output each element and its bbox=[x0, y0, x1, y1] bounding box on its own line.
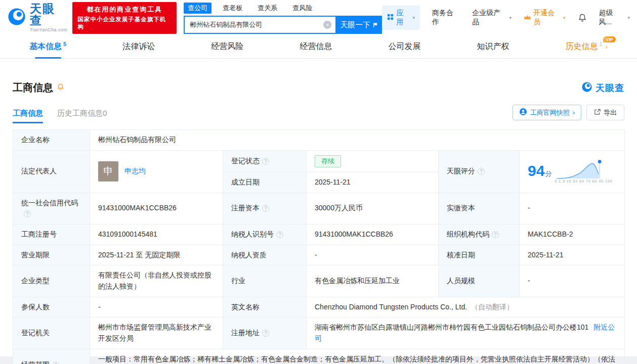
tianyancha-logo[interactable]: 天眼查 TianYanCha.com bbox=[7, 3, 67, 32]
search-button[interactable]: 天眼一下 bbox=[336, 16, 382, 34]
subtab-business-info[interactable]: 工商信息 bbox=[13, 109, 43, 123]
section-tabs: 工商信息 历史工商信息0 工商官网快照 › 导出 bbox=[13, 105, 624, 123]
chevron-down-icon: ▾ bbox=[563, 15, 566, 20]
search-tab-boss[interactable]: 查老板 bbox=[219, 3, 246, 14]
promo-badge: 都在用的商业查询工具 国家中小企业发展子基金旗下机构 bbox=[72, 2, 177, 34]
auto-translate-note: （自动翻译） bbox=[471, 303, 514, 311]
search-area: 查公司 查老板 查关系 查风险 × 天眼一下 bbox=[184, 2, 382, 34]
export-button[interactable]: 导出 bbox=[586, 105, 624, 120]
help-icon[interactable]: ? bbox=[478, 168, 485, 175]
table-row: 统一社会信用代码? 91431000MAK1CCBB26 注册资本? 30000… bbox=[13, 193, 625, 224]
business-term-value: 2025-11-21 至 无固定期限 bbox=[98, 251, 180, 259]
tab-operating-risk[interactable]: 经营风险 bbox=[211, 35, 243, 59]
grid-icon bbox=[387, 14, 394, 22]
enterprise-products-link[interactable]: 企业级产品 ▾ bbox=[472, 9, 512, 27]
score-unit: 分 bbox=[545, 170, 551, 177]
open-vip-link[interactable]: 开通会员 ▾ bbox=[524, 9, 566, 27]
table-row: 企业名称 郴州钻石钨制品有限公司 bbox=[13, 130, 625, 151]
taxpayer-id-value: 91431000MAK1CCBB26 bbox=[315, 230, 393, 238]
official-snapshot-button[interactable]: 工商官网快照 › bbox=[513, 105, 581, 120]
tab-count: 5 bbox=[63, 41, 66, 47]
reg-authority-label: 登记机关 bbox=[21, 329, 50, 337]
industry-value: 有色金属冶炼和压延加工业 bbox=[315, 277, 400, 285]
industry-label: 行业 bbox=[231, 277, 245, 285]
insured-count-label: 参保人数 bbox=[21, 303, 50, 311]
help-icon[interactable]: ? bbox=[262, 158, 269, 165]
table-row: 工商注册号 431091000145481 纳税人识别号? 91431000MA… bbox=[13, 224, 625, 245]
reg-number-label: 工商注册号 bbox=[21, 230, 57, 238]
table-row: 经营范围? 一般项目：常用有色金属冶炼；稀有稀土金属冶炼；有色金属合金制造；有色… bbox=[13, 349, 625, 364]
table-row: 登记机关 郴州市市场监督管理局高新技术产业开发区分局 注册地址? 湖南省郴州市苏… bbox=[13, 317, 625, 349]
table-row: 参保人数 - 英文名称 Chenzhou Diamond Tungsten Pr… bbox=[13, 297, 625, 317]
help-icon[interactable]: ? bbox=[276, 231, 283, 238]
org-code-label: 组织机构代码 bbox=[447, 230, 489, 238]
search-tab-company[interactable]: 查公司 bbox=[184, 3, 211, 14]
english-name-label: 英文名称 bbox=[231, 303, 260, 311]
paid-capital-value: - bbox=[528, 204, 530, 212]
search-button-label: 天眼一下 bbox=[340, 20, 370, 30]
chevron-down-icon: ▾ bbox=[412, 15, 415, 20]
chevron-right-icon: › bbox=[573, 109, 575, 116]
help-icon[interactable]: ? bbox=[262, 205, 269, 212]
reg-address-label: 注册地址 bbox=[231, 329, 260, 337]
credit-code-label: 统一社会信用代码 bbox=[21, 199, 78, 207]
tianyancha-watermark: 天眼查 bbox=[581, 81, 624, 95]
legal-rep-link[interactable]: 申志均 bbox=[124, 166, 146, 177]
company-nav: 基本信息 5 法律诉讼 经营风险 经营信息 公司发展 知识产权 VIP 历史信息… bbox=[0, 35, 637, 59]
tab-intellectual-property[interactable]: 知识产权 bbox=[477, 35, 509, 59]
taxpayer-id-label: 纳税人识别号 bbox=[231, 230, 274, 238]
establish-date-label: 成立日期 bbox=[231, 178, 260, 186]
table-row: 企业类型 有限责任公司（非自然人投资或控股的法人独资） 行业 有色金属冶炼和压延… bbox=[13, 265, 625, 297]
promo-line1: 都在用的商业查询工具 bbox=[87, 5, 162, 14]
crown-icon bbox=[524, 14, 531, 22]
reg-capital-label: 注册资本 bbox=[231, 204, 260, 212]
org-code-value: MAK1CCBB-2 bbox=[528, 230, 573, 238]
vip-badge: VIP bbox=[603, 36, 616, 42]
business-scope-value: 一般项目：常用有色金属冶炼；稀有稀土金属冶炼；有色金属合金制造；有色金属压延加工… bbox=[98, 355, 615, 364]
logo-name: 天眼查 bbox=[30, 3, 67, 26]
super-risk-link[interactable]: 超级风... ▾ bbox=[599, 9, 630, 27]
tianyancha-logo-icon bbox=[581, 81, 592, 95]
reg-authority-value: 郴州市市场监督管理局高新技术产业开发区分局 bbox=[98, 323, 211, 342]
taxpayer-quality-label: 纳税人资质 bbox=[231, 251, 267, 259]
business-coop-link[interactable]: 商务合作 bbox=[432, 9, 460, 27]
legal-rep-avatar: 申 bbox=[98, 161, 118, 181]
taxpayer-quality-value: - bbox=[315, 251, 317, 259]
tab-history-info[interactable]: VIP 历史信息 1 › bbox=[566, 35, 608, 59]
business-term-label: 营业期限 bbox=[21, 251, 50, 259]
staff-size-label: 人员规模 bbox=[447, 277, 475, 285]
apps-button[interactable]: 应用 ▾ bbox=[382, 6, 420, 30]
chevron-down-icon: ▾ bbox=[627, 15, 630, 20]
clear-icon[interactable]: × bbox=[323, 21, 331, 29]
search-tab-risk[interactable]: 查风险 bbox=[288, 3, 316, 14]
search-tab-relation[interactable]: 查关系 bbox=[253, 3, 281, 14]
help-icon[interactable]: ? bbox=[262, 330, 269, 337]
score-value: 94 bbox=[528, 162, 544, 179]
help-icon[interactable]: ? bbox=[52, 361, 59, 364]
tab-basic-info[interactable]: 基本信息 5 bbox=[29, 35, 66, 59]
tab-company-development[interactable]: 公司发展 bbox=[388, 35, 420, 59]
help-icon[interactable]: ? bbox=[492, 231, 499, 238]
top-bar: 天眼查 TianYanCha.com 都在用的商业查询工具 国家中小企业发展子基… bbox=[0, 0, 637, 35]
help-icon[interactable]: ? bbox=[24, 210, 31, 217]
search-input[interactable] bbox=[185, 21, 323, 29]
approval-date-value: 2025-11-21 bbox=[528, 251, 564, 259]
score-axis-ticks: 0 1 3 15 50 60 70 80 90 100 bbox=[555, 179, 613, 185]
notification-bell-icon[interactable] bbox=[578, 13, 587, 22]
export-icon bbox=[594, 109, 601, 117]
company-type-value: 有限责任公司（非自然人投资或控股的法人独资） bbox=[98, 271, 211, 290]
person-circle-icon bbox=[519, 108, 527, 117]
english-name-value: Chenzhou Diamond Tungsten Products Co., … bbox=[315, 303, 467, 311]
tab-operating-info[interactable]: 经营信息 bbox=[300, 35, 332, 59]
approval-date-label: 核准日期 bbox=[447, 251, 475, 259]
main-content: 工商信息 天眼查 工商信息 历史工商信息0 工商官网快照 bbox=[0, 81, 637, 364]
tab-legal-proceedings[interactable]: 法律诉讼 bbox=[122, 35, 155, 59]
flag-icon bbox=[373, 21, 378, 29]
top-right-links: 应用 ▾ 商务合作 企业级产品 ▾ 开通会员 ▾ 超级风... bbox=[382, 6, 630, 30]
company-type-label: 企业类型 bbox=[21, 277, 50, 285]
table-row: 营业期限 2025-11-21 至 无固定期限 纳税人资质 - 核准日期 202… bbox=[13, 245, 625, 265]
tianyan-score: 94分 0 1 3 15 50 60 70 80 90 100 bbox=[528, 158, 616, 185]
subtab-history-business-info[interactable]: 历史工商信息0 bbox=[57, 109, 107, 123]
announcement-bell-icon bbox=[57, 83, 64, 93]
business-info-table: 企业名称 郴州钻石钨制品有限公司 法定代表人 申 申志均 登记状态? 存续 天眼… bbox=[13, 129, 625, 364]
